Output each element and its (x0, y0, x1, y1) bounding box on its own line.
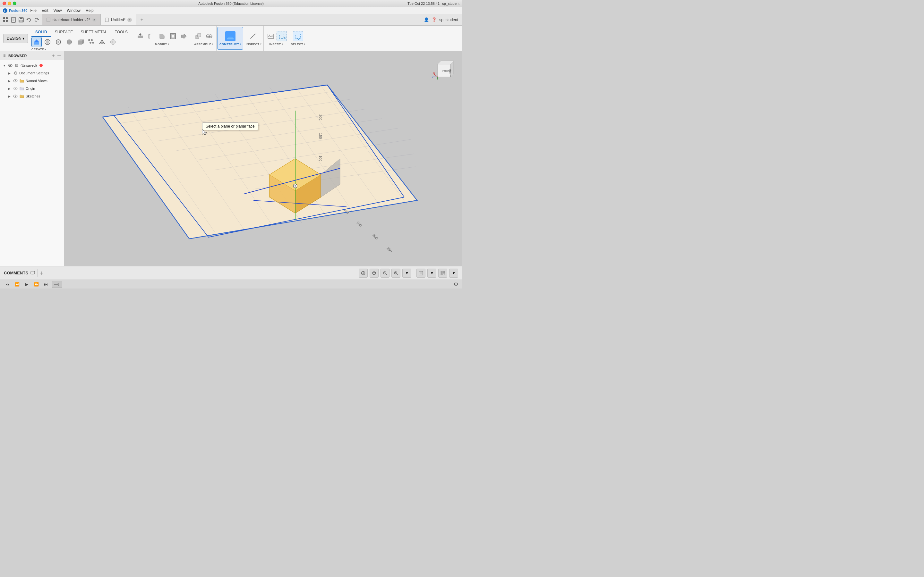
collapse-icon[interactable] (3, 54, 6, 58)
viewport-canvas: 200 150 100 100 150 200 250 (64, 51, 462, 266)
minimize-button[interactable] (8, 2, 11, 5)
svg-text:RIGHT: RIGHT (449, 69, 451, 77)
maximize-button[interactable] (13, 2, 16, 5)
new-file-icon[interactable] (10, 17, 17, 23)
browser-more-icon[interactable] (57, 53, 61, 58)
visible-icon[interactable] (438, 269, 447, 277)
tooltip-text: Select a plane or planar face (206, 124, 255, 129)
user-display: sp_student (442, 2, 459, 5)
revolve-tool[interactable] (42, 37, 53, 47)
chamfer-tool[interactable] (157, 31, 167, 41)
workspace-tabs: SOLID SURFACE SHEET METAL TOOLS (31, 26, 132, 37)
tab-untitled[interactable]: Untitled* × (101, 14, 136, 25)
menu-file[interactable]: File (28, 8, 39, 13)
menu-edit[interactable]: Edit (39, 8, 51, 13)
browser-expand-icon[interactable] (51, 53, 55, 58)
visible-more-icon[interactable]: ▾ (449, 269, 458, 277)
browser-unsaved-label: (Unsaved) (21, 63, 37, 67)
select-tool[interactable] (293, 31, 303, 41)
fit-view-icon[interactable]: ▾ (402, 269, 411, 277)
shell2-tool[interactable] (168, 31, 178, 41)
zoom-in-icon[interactable] (391, 269, 401, 277)
redo-icon[interactable] (33, 17, 40, 23)
browser-item-origin[interactable]: ▶ Origin (0, 85, 64, 92)
file-icon (46, 18, 51, 22)
surface-tab[interactable]: SURFACE (51, 26, 77, 37)
svg-point-17 (57, 41, 59, 43)
svg-text:X: X (433, 71, 435, 74)
sheet-metal-tab[interactable]: SHEET METAL (77, 26, 111, 37)
solid-tab[interactable]: SOLID (31, 26, 51, 37)
settings-gear-icon (13, 71, 18, 76)
tab-close-2[interactable]: × (128, 18, 132, 22)
wireframe-icon[interactable]: ▾ (427, 269, 436, 277)
svg-rect-10 (47, 18, 50, 22)
fillet-tool[interactable] (146, 31, 156, 41)
browser-item-sketches[interactable]: ▶ Sketches (0, 92, 64, 100)
modify-arrow-tool[interactable] (179, 31, 189, 41)
select-group: SELECT ▾ (289, 26, 307, 51)
tools-tab[interactable]: TOOLS (111, 26, 132, 37)
pan-icon[interactable] (359, 269, 368, 277)
eye-icon-2 (13, 78, 18, 83)
user-icon[interactable]: 👤 (424, 17, 429, 22)
timeline-step-icon[interactable] (52, 281, 62, 288)
extrude-tool[interactable] (31, 37, 42, 47)
timeline-play-btn[interactable]: ▶ (23, 281, 30, 288)
display-mode-icon[interactable] (417, 269, 425, 277)
help-icon[interactable]: ❓ (431, 17, 437, 22)
hole-tool[interactable] (53, 37, 63, 47)
zoom-out-icon[interactable] (381, 269, 389, 277)
toolbar: DESIGN ▾ SOLID SURFACE SHEET METAL TOOLS (0, 26, 462, 51)
insert-select-tool[interactable] (276, 31, 287, 41)
svg-point-26 (92, 42, 94, 44)
menu-help[interactable]: Help (83, 8, 96, 13)
tab-close-1[interactable]: × (92, 18, 97, 22)
tab-skateboard[interactable]: skateboard holder v2* × (42, 14, 101, 25)
timeline-start-btn[interactable]: ⏮ (4, 281, 11, 288)
new-component-tool[interactable] (193, 31, 204, 41)
timeline-prev-btn[interactable]: ⏪ (13, 281, 21, 288)
sphere-tool[interactable] (64, 37, 74, 47)
timeline-settings-icon[interactable]: ⚙ (454, 281, 458, 287)
undo-icon[interactable] (26, 17, 32, 23)
viewport[interactable]: 200 150 100 100 150 200 250 Select a pla… (64, 51, 462, 266)
offset-plane-tool[interactable] (225, 31, 236, 41)
browser-item-root[interactable]: ▾ (Unsaved) (0, 61, 64, 69)
apps-icon[interactable] (3, 17, 9, 23)
comments-icon[interactable] (30, 271, 35, 276)
app-label: Fusion 360 (9, 9, 27, 13)
box-tool[interactable] (75, 37, 86, 47)
nav-cube[interactable]: FRONT RIGHT Z X (431, 55, 457, 80)
browser-item-doc-settings[interactable]: ▶ Document Settings (0, 69, 64, 77)
timeline-next-btn[interactable]: ⏩ (33, 281, 40, 288)
save-icon[interactable] (18, 17, 24, 23)
close-button[interactable] (3, 2, 6, 5)
orbit-icon[interactable] (370, 269, 379, 277)
add-tab-button[interactable]: + (137, 15, 146, 24)
browser-item-named-views[interactable]: ▶ Named Views (0, 77, 64, 85)
pattern-tool[interactable] (86, 37, 96, 47)
expand-panel-icon[interactable] (39, 271, 44, 276)
design-dropdown[interactable]: DESIGN ▾ (3, 34, 28, 43)
press-pull-tool[interactable] (135, 31, 145, 41)
svg-rect-4 (3, 20, 5, 22)
browser-panel: BROWSER ▾ (0, 51, 64, 266)
menu-view[interactable]: View (51, 8, 64, 13)
measure-tool[interactable] (248, 31, 258, 41)
create-more-tool[interactable] (108, 37, 118, 47)
construct-label: CONSTRUCT (220, 43, 239, 46)
menu-window[interactable]: Window (65, 8, 83, 13)
construct-tools (225, 31, 236, 41)
inspect-tools (248, 31, 258, 41)
design-label: DESIGN (7, 36, 21, 41)
joint-tool[interactable] (204, 31, 214, 41)
shell-tool[interactable] (97, 37, 107, 47)
traffic-lights (3, 2, 16, 5)
tab-label-2: Untitled* (111, 18, 126, 22)
inspect-group: INSPECT ▾ (244, 26, 264, 51)
insert-image-tool[interactable] (266, 31, 276, 41)
expand-arrow-doc: ▶ (7, 71, 11, 75)
timeline-end-btn[interactable]: ⏭ (42, 281, 49, 288)
svg-marker-35 (227, 34, 234, 37)
